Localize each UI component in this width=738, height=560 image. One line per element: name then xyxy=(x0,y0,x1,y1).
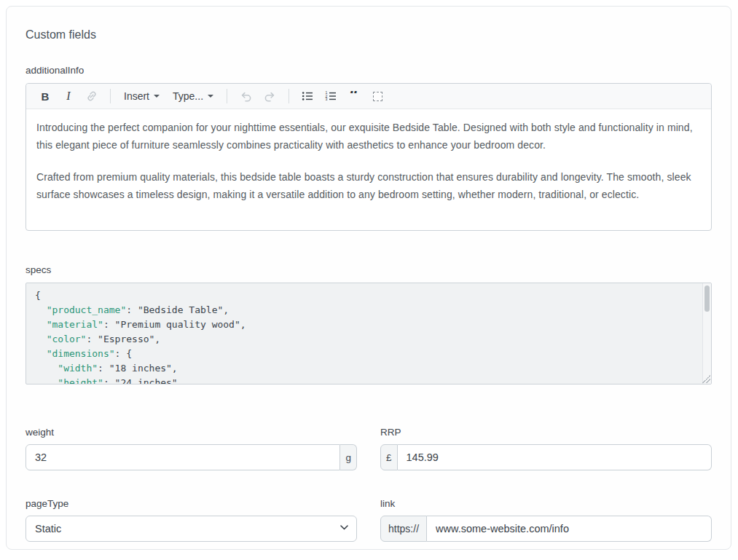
link-input-group: https:// xyxy=(380,516,712,542)
undo-icon xyxy=(239,90,253,103)
redo-icon xyxy=(263,90,277,103)
weight-input[interactable] xyxy=(25,444,340,470)
link-label: link xyxy=(380,498,712,509)
currency-addon: £ xyxy=(380,444,398,470)
svg-text:3: 3 xyxy=(326,97,328,101)
toolbar-divider xyxy=(227,89,227,103)
panel-title: Custom fields xyxy=(25,28,712,42)
insert-menu-label: Insert xyxy=(124,90,149,102)
numbered-list-icon: 123 xyxy=(324,90,337,103)
additional-info-label: additionalInfo xyxy=(25,65,712,76)
undo-button[interactable] xyxy=(236,87,256,106)
specs-label: specs xyxy=(25,264,712,275)
rrp-input[interactable] xyxy=(398,444,712,470)
specs-scrollbar[interactable] xyxy=(702,283,711,384)
specs-scrollbar-thumb[interactable] xyxy=(704,285,710,312)
specs-code: { "product_name": "Bedside Table", "mate… xyxy=(35,288,694,384)
weight-label: weight xyxy=(25,427,357,438)
paragraph: Introducing the perfect companion for yo… xyxy=(36,119,701,154)
block-placeholder-button[interactable] xyxy=(368,87,387,106)
toolbar-divider xyxy=(288,89,289,103)
editor-toolbar: B I Insert Type... xyxy=(26,84,711,109)
bold-button[interactable]: B xyxy=(36,87,55,106)
page-type-select-wrap: Static xyxy=(25,516,357,542)
page-type-select[interactable]: Static xyxy=(25,516,357,542)
paragraph: Crafted from premium quality materials, … xyxy=(36,168,701,203)
weight-input-group: g xyxy=(25,444,357,470)
rich-text-content[interactable]: Introducing the perfect companion for yo… xyxy=(26,109,711,230)
italic-button[interactable]: I xyxy=(59,87,78,106)
rich-text-editor: B I Insert Type... xyxy=(25,83,712,231)
link-button[interactable] xyxy=(82,87,101,106)
numbered-list-button[interactable]: 123 xyxy=(321,87,340,106)
caret-down-icon xyxy=(154,95,160,98)
resize-handle-icon[interactable] xyxy=(702,375,710,383)
redo-button[interactable] xyxy=(260,87,280,106)
custom-fields-panel: Custom fields additionalInfo B I Insert xyxy=(6,6,731,550)
link-input[interactable] xyxy=(427,516,712,542)
type-menu-label: Type... xyxy=(173,90,203,102)
rrp-input-group: £ xyxy=(380,444,712,470)
toolbar-divider xyxy=(110,89,111,103)
blockquote-icon: “ xyxy=(349,91,358,101)
dashed-square-icon xyxy=(373,92,382,101)
rrp-label: RRP xyxy=(380,427,712,438)
bullet-list-button[interactable] xyxy=(298,87,317,106)
insert-menu-button[interactable]: Insert xyxy=(119,87,164,106)
link-icon xyxy=(85,90,98,103)
type-menu-button[interactable]: Type... xyxy=(168,87,218,106)
caret-down-icon xyxy=(208,95,213,98)
page-type-label: pageType xyxy=(25,498,357,509)
protocol-addon: https:// xyxy=(380,516,427,542)
blockquote-button[interactable]: “ xyxy=(345,87,364,106)
specs-textarea[interactable]: { "product_name": "Bedside Table", "mate… xyxy=(25,283,712,384)
weight-unit-addon: g xyxy=(340,444,357,470)
bullet-list-icon xyxy=(301,90,314,103)
